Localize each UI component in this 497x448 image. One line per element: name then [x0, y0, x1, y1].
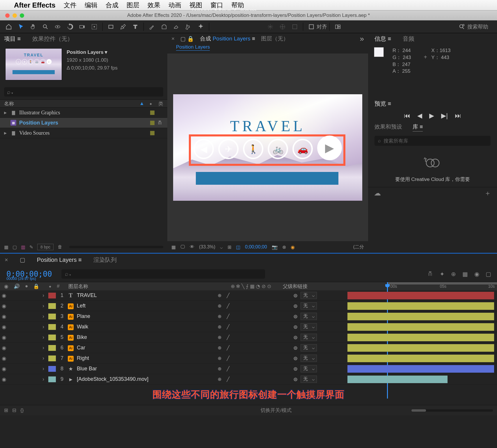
- window-minimize[interactable]: [13, 13, 17, 18]
- layer-parent[interactable]: ⊚无: [293, 344, 347, 351]
- expand-chevron[interactable]: ›: [40, 303, 47, 309]
- layer-duration-bar[interactable]: [347, 322, 497, 332]
- menu-comp[interactable]: 合成: [106, 1, 118, 10]
- expand-chevron[interactable]: ›: [40, 334, 47, 340]
- layer-duration-bar[interactable]: [347, 290, 497, 301]
- expand-chevron[interactable]: ›: [40, 355, 47, 361]
- layer-parent[interactable]: ⊚无: [293, 334, 347, 341]
- eraser-tool[interactable]: [171, 21, 182, 33]
- draft3d-icon[interactable]: ✦: [440, 271, 445, 278]
- home-button[interactable]: [3, 21, 15, 33]
- menu-window[interactable]: 窗口: [210, 1, 223, 10]
- menu-layer[interactable]: 图层: [127, 1, 139, 10]
- expand-chevron[interactable]: ›: [40, 345, 47, 351]
- visibility-toggle[interactable]: ◉: [0, 376, 8, 383]
- layer-switches[interactable]: ⊕ ╱: [218, 293, 293, 298]
- tab-project[interactable]: 项目 ≡: [4, 35, 21, 43]
- adjust-icon[interactable]: ✎: [29, 244, 33, 250]
- layer-parent[interactable]: ⊚无: [293, 323, 347, 330]
- tab-effects-presets[interactable]: 效果和预设: [374, 123, 402, 131]
- layer-row[interactable]: ◉ › 6 Ai Car ⊕ ╱ ⊚无: [0, 343, 497, 353]
- toggle2-icon[interactable]: ⊟: [12, 407, 16, 413]
- visibility-toggle[interactable]: ◉: [0, 345, 8, 351]
- anchor-tool[interactable]: [88, 21, 100, 33]
- layer-name[interactable]: [AdobeStock_105353490.mov]: [75, 376, 218, 382]
- snapshot-icon[interactable]: 📷: [272, 244, 278, 250]
- expand-chevron[interactable]: ›: [40, 292, 47, 298]
- layer-row[interactable]: ◉ › 2 Ai Left ⊕ ╱ ⊚无: [0, 301, 497, 311]
- folder-new-icon[interactable]: ▢: [13, 244, 17, 250]
- layer-switches[interactable]: ⊕ ╱: [218, 366, 293, 371]
- search-help-icon[interactable]: [459, 21, 465, 33]
- orbit-tool[interactable]: [52, 21, 63, 33]
- selection-tool[interactable]: [15, 21, 27, 33]
- hand-tool[interactable]: [27, 21, 39, 33]
- visibility-toggle[interactable]: ◉: [0, 366, 8, 372]
- layer-label[interactable]: [48, 335, 56, 340]
- project-search[interactable]: ⌕▾: [4, 87, 163, 97]
- preview-prev-icon[interactable]: ◀: [417, 112, 422, 120]
- preview-play-icon[interactable]: ▶: [429, 112, 434, 120]
- rotate-tool[interactable]: [64, 21, 76, 33]
- tab-render-queue[interactable]: 渲染队列: [93, 256, 117, 264]
- project-item-folder[interactable]: ▸▇ Illustrator Graphics: [0, 108, 167, 118]
- comp-breadcrumb[interactable]: Position Layers: [176, 44, 210, 51]
- menu-edit[interactable]: 编辑: [85, 1, 97, 10]
- menu-view[interactable]: 视图: [189, 1, 202, 10]
- comp-flow-icon[interactable]: ⫚: [427, 271, 433, 278]
- layer-duration-bar[interactable]: [347, 364, 497, 374]
- channel-icon[interactable]: ⊗: [282, 244, 286, 250]
- window-zoom[interactable]: [20, 13, 24, 18]
- layer-switches[interactable]: ⊕ ╱: [218, 314, 293, 319]
- mag-icon[interactable]: ▦: [171, 244, 176, 250]
- layer-label[interactable]: [48, 314, 56, 319]
- expand-chevron[interactable]: ›: [40, 376, 47, 382]
- layer-switches[interactable]: ⊕ ╱: [218, 376, 293, 382]
- layer-parent[interactable]: ⊚无: [293, 313, 347, 320]
- add-icon[interactable]: ＋: [484, 189, 491, 198]
- tab-effect-controls[interactable]: 效果控件（无）: [32, 35, 73, 43]
- expand-chevron[interactable]: ›: [40, 366, 47, 372]
- tab-timeline-comp[interactable]: Position Layers ≡: [37, 257, 82, 263]
- layer-parent[interactable]: ⊚无: [293, 292, 347, 299]
- layer-row[interactable]: ◉ › 7 Ai Right ⊕ ╱ ⊚无: [0, 353, 497, 364]
- comp-thumbnail[interactable]: TRAVEL ‹✈🚶🚲🚗›: [5, 48, 62, 80]
- layer-name[interactable]: Car: [75, 345, 218, 351]
- layer-label[interactable]: [48, 376, 56, 382]
- roto-tool[interactable]: [183, 21, 194, 33]
- layer-parent[interactable]: ⊚无: [293, 365, 347, 372]
- color-icon[interactable]: ◉: [291, 244, 295, 250]
- project-item-comp[interactable]: ▦ Position Layers ⫚: [0, 118, 167, 128]
- expand-chevron[interactable]: ›: [40, 324, 47, 330]
- tab-preview[interactable]: 预览 ≡: [374, 100, 391, 108]
- layer-duration-bar[interactable]: [347, 301, 497, 311]
- layer-switches[interactable]: ⊕ ╱: [218, 303, 293, 309]
- layer-label[interactable]: [48, 293, 56, 298]
- 3d-world-icon[interactable]: [277, 21, 288, 33]
- app-name[interactable]: After Effects: [14, 1, 56, 9]
- layer-duration-bar[interactable]: [347, 343, 497, 353]
- zoom-tool[interactable]: [40, 21, 51, 33]
- trash-icon[interactable]: 🗑: [58, 244, 62, 250]
- visibility-toggle[interactable]: ◉: [0, 292, 8, 299]
- close-tab-icon[interactable]: ×: [171, 35, 175, 42]
- layer-duration-bar[interactable]: [347, 374, 497, 384]
- text-tool[interactable]: [129, 21, 141, 33]
- toggle-icon[interactable]: ⊞: [4, 407, 8, 413]
- layer-name[interactable]: Left: [75, 303, 218, 309]
- bpc-button[interactable]: 8 bpc: [37, 244, 54, 250]
- camera-tool[interactable]: [76, 21, 88, 33]
- shy-icon[interactable]: ⊕: [451, 271, 456, 278]
- layer-duration-bar[interactable]: [347, 311, 497, 321]
- layer-parent[interactable]: ⊚无: [293, 302, 347, 310]
- preview-first-icon[interactable]: ⏮: [404, 112, 410, 120]
- expand-chevron[interactable]: ›: [40, 313, 47, 319]
- layer-name[interactable]: Right: [75, 355, 218, 361]
- window-close[interactable]: [5, 13, 10, 18]
- menu-anim[interactable]: 动画: [168, 1, 181, 10]
- layer-switches[interactable]: ⊕ ╱: [218, 335, 293, 340]
- layer-label[interactable]: [48, 324, 56, 330]
- layer-parent[interactable]: ⊚无: [293, 376, 347, 383]
- layer-name[interactable]: Bike: [75, 334, 218, 340]
- preview-next-icon[interactable]: ▶|: [441, 112, 448, 120]
